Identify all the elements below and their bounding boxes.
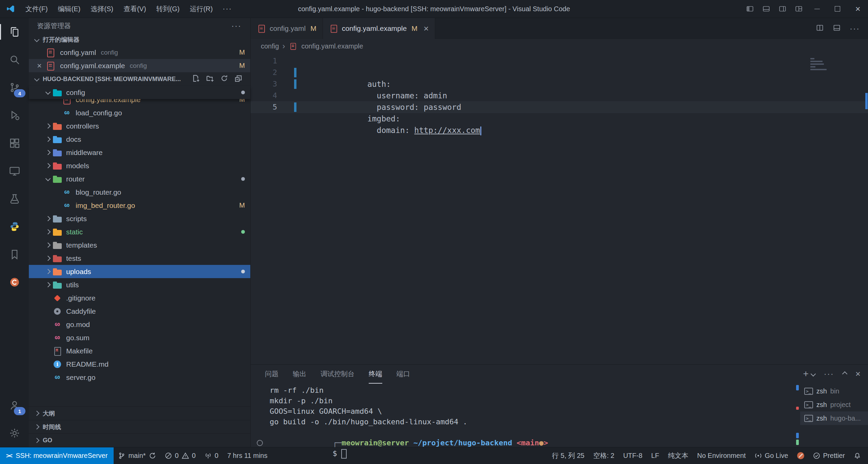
tree-item[interactable]: .gitignore	[29, 291, 250, 305]
python-extension-icon[interactable]	[0, 213, 29, 240]
tree-item[interactable]: router	[29, 172, 250, 186]
new-terminal-button[interactable]: +	[803, 369, 815, 379]
testing-icon[interactable]	[0, 185, 29, 213]
more-editor-actions-icon[interactable]: ···	[850, 24, 860, 33]
menu-item[interactable]: 运行(R)	[185, 0, 218, 18]
code-line[interactable]: 3 password: password	[251, 78, 868, 90]
menu-item[interactable]: 文件(F)	[20, 0, 53, 18]
tree-item[interactable]: controllers	[29, 119, 250, 133]
panel-tab[interactable]: 问题	[265, 365, 278, 384]
problems-status[interactable]: 0 0	[160, 447, 200, 464]
tree-item[interactable]: config	[29, 86, 250, 99]
branch-status[interactable]: main*	[114, 447, 160, 464]
new-file-icon[interactable]	[192, 75, 199, 84]
breadcrumb-file[interactable]: config.yaml.example	[301, 42, 363, 50]
tree-item[interactable]: blog_router.go	[29, 186, 250, 199]
encoding-status[interactable]: UTF-8	[619, 447, 647, 464]
code-line[interactable]: 4 imgbed:	[251, 90, 868, 101]
eol-status[interactable]: LF	[647, 447, 663, 464]
collapse-folders-icon[interactable]	[235, 75, 242, 84]
tree-item[interactable]: scripts	[29, 212, 250, 225]
tree-item[interactable]: img_bed_router.go M	[29, 199, 250, 212]
bookmarks-icon[interactable]	[0, 240, 29, 268]
tree-item[interactable]: utils	[29, 278, 250, 291]
remote-explorer-icon[interactable]	[0, 157, 29, 185]
toggle-secondary-sidebar-icon[interactable]	[774, 0, 791, 18]
minimize-button[interactable]	[807, 0, 827, 18]
tree-item[interactable]: go.sum	[29, 331, 250, 344]
editor-tab[interactable]: config.yaml M	[251, 18, 323, 39]
terminal-output[interactable]: rm -rf ./bin mkdir -p ./bin GOOS=linux G…	[251, 383, 795, 447]
run-debug-icon[interactable]	[0, 101, 29, 129]
time-tracker-status[interactable]: 7 hrs 11 mins	[223, 447, 272, 464]
panel-tab[interactable]: 输出	[293, 365, 306, 384]
prettier-status[interactable]: Prettier	[809, 447, 849, 464]
panel-tab[interactable]: 调试控制台	[321, 365, 354, 384]
tree-item[interactable]: README.md	[29, 357, 250, 371]
terminal-dropdown-icon[interactable]	[811, 371, 816, 376]
toggle-panel-icon[interactable]	[758, 0, 774, 18]
explorer-icon[interactable]	[0, 18, 29, 46]
tree-item[interactable]: go.mod	[29, 318, 250, 331]
source-control-icon[interactable]: 4	[0, 74, 29, 101]
tree-item[interactable]: models	[29, 159, 250, 172]
tree-item[interactable]: load_config.go	[29, 106, 250, 119]
indentation-status[interactable]: 空格: 2	[589, 447, 619, 464]
code-editor[interactable]: 1 auth: 2 username: admin 3 password: pa…	[251, 53, 868, 364]
sidebar-section[interactable]: 大纲	[29, 406, 250, 420]
settings-gear-icon[interactable]	[0, 419, 29, 447]
code-line[interactable]: 2 username: admin	[251, 67, 868, 78]
workspace-header[interactable]: HUGO-BACKEND [SSH: MEOWRAINVMWARE...	[29, 72, 250, 86]
tree-item[interactable]: server.go	[29, 371, 250, 384]
split-editor-icon[interactable]	[816, 24, 824, 33]
explorer-more-actions-icon[interactable]: ···	[227, 21, 246, 31]
terminal-input-line[interactable]: $	[270, 438, 795, 448]
menu-item[interactable]: 查看(V)	[118, 0, 151, 18]
forwarded-ports-status[interactable]: 0	[200, 447, 223, 464]
new-folder-icon[interactable]	[206, 75, 214, 84]
tree-item[interactable]: templates	[29, 238, 250, 252]
editor-tab[interactable]: config.yaml.example M ×	[323, 18, 435, 39]
tree-item[interactable]: docs	[29, 133, 250, 146]
tree-item[interactable]: tests	[29, 252, 250, 265]
open-editor-item[interactable]: config.yaml config M	[29, 46, 250, 59]
tree-item[interactable]: uploads	[29, 265, 250, 278]
panel-more-actions-icon[interactable]: ···	[824, 369, 834, 379]
close-panel-icon[interactable]: ×	[855, 369, 861, 378]
menu-item[interactable]: 转到(G)	[151, 0, 185, 18]
sidebar-section[interactable]: GO	[29, 433, 250, 447]
close-window-button[interactable]: ×	[848, 0, 868, 18]
search-icon[interactable]	[0, 46, 29, 74]
code-line[interactable]: 1 auth:	[251, 55, 868, 67]
open-editor-item[interactable]: × config.yaml.example config M	[29, 59, 250, 72]
terminal-tab[interactable]: >_ zsh bin	[800, 384, 868, 398]
accounts-icon[interactable]: 1	[0, 391, 29, 419]
cursor-position-status[interactable]: 行 5, 列 25	[547, 447, 589, 464]
panel-tab[interactable]: 终端	[369, 365, 382, 384]
tree-item[interactable]: Caddyfile	[29, 305, 250, 318]
customize-layout-icon[interactable]	[791, 0, 807, 18]
sidebar-section[interactable]: 时间线	[29, 420, 250, 433]
toggle-primary-sidebar-icon[interactable]	[742, 0, 758, 18]
c-extension-icon[interactable]	[0, 268, 29, 296]
command-decoration-icon[interactable]	[257, 440, 263, 446]
close-editor-icon[interactable]: ×	[33, 61, 46, 71]
environment-status[interactable]: No Environment	[693, 447, 750, 464]
terminal-tab[interactable]: >_ zsh hugo-ba...	[800, 411, 868, 425]
go-live-button[interactable]: Go Live	[750, 447, 793, 464]
code-line[interactable]: 5 domain: http://xxx.com	[251, 101, 868, 113]
tree-item[interactable]: static	[29, 225, 250, 238]
menu-item[interactable]: 编辑(E)	[53, 0, 86, 18]
code-link[interactable]: http://xxx.com	[414, 126, 480, 135]
remote-indicator[interactable]: >< SSH: meowrainVmwareServer	[0, 447, 114, 464]
minimap[interactable]	[810, 58, 834, 72]
open-editors-header[interactable]: 打开的编辑器	[29, 34, 250, 46]
notifications-bell[interactable]	[849, 447, 865, 464]
language-mode-status[interactable]: 纯文本	[663, 447, 693, 464]
tree-item[interactable]: Makefile	[29, 344, 250, 357]
editor-layout-icon[interactable]	[833, 24, 841, 33]
terminal-scrollbar[interactable]	[795, 383, 800, 447]
refresh-icon[interactable]	[220, 75, 228, 84]
more-menus-icon[interactable]: ···	[218, 4, 237, 13]
panel-tab[interactable]: 端口	[397, 365, 410, 384]
